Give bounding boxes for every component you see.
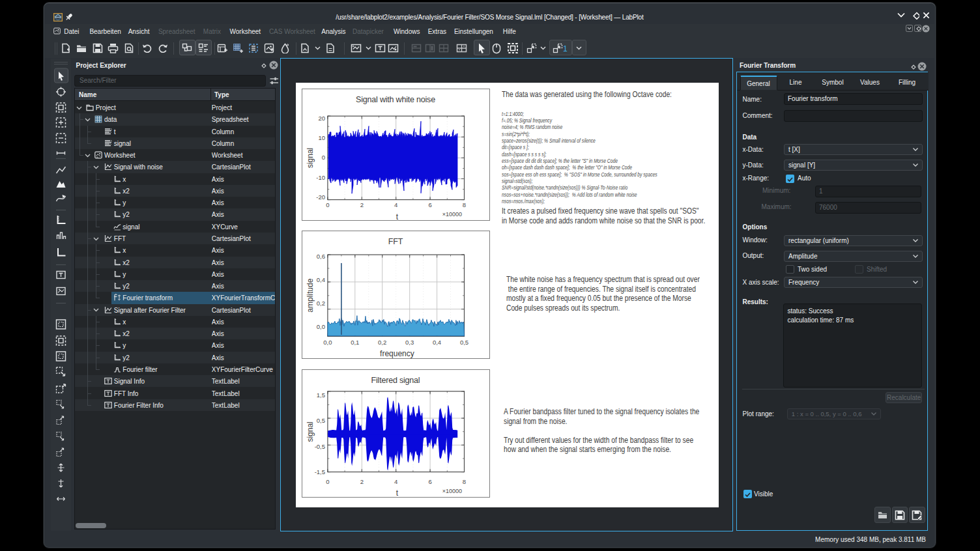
svg-text:frequency: frequency [380,349,414,358]
svg-text:×10000: ×10000 [442,210,461,217]
svg-text:0: 0 [326,201,329,208]
svg-text:0: 0 [326,477,329,485]
svg-text:20: 20 [318,114,325,121]
svg-text:×10000: ×10000 [442,487,461,494]
svg-text:0,2: 0,2 [378,339,386,346]
svg-text:0,1: 0,1 [351,339,359,346]
svg-text:signal: signal [306,148,315,168]
svg-text:0: 0 [321,154,324,161]
svg-text:0,2: 0,2 [316,300,324,307]
svg-text:2: 2 [360,201,363,208]
svg-text:-0,5: -0,5 [314,443,324,450]
svg-text:-20: -20 [316,193,325,201]
svg-text:t: t [396,488,398,497]
svg-text:6: 6 [428,201,431,208]
svg-text:4: 4 [394,477,397,485]
svg-text:-1,5: -1,5 [314,468,324,475]
svg-text:2: 2 [360,477,363,485]
svg-text:amplitude: amplitude [306,278,315,312]
svg-text:t: t [396,212,398,220]
svg-text:0,4: 0,4 [316,276,324,283]
svg-text:0,0: 0,0 [323,339,332,346]
svg-text:10: 10 [318,134,325,141]
svg-text:signal: signal [306,421,315,442]
svg-text:0,3: 0,3 [405,339,413,346]
svg-text:0,5: 0,5 [459,339,468,346]
svg-text:0,5: 0,5 [316,417,324,424]
svg-text:-10: -10 [316,174,325,181]
svg-text:1,5: 1,5 [316,391,324,399]
svg-text:0,0: 0,0 [316,323,324,330]
svg-text:4: 4 [394,201,397,208]
svg-text:6: 6 [428,477,431,485]
svg-text:0,6: 0,6 [316,253,324,260]
svg-text:8: 8 [462,477,465,485]
svg-text:8: 8 [462,201,465,208]
svg-text:0,4: 0,4 [432,339,440,346]
